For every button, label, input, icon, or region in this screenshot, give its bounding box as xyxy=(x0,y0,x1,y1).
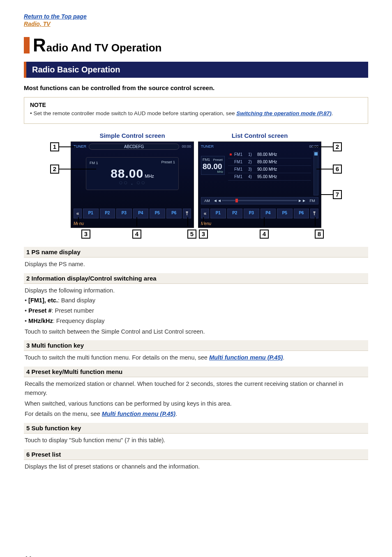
preset-key[interactable]: P2 xyxy=(100,209,115,218)
fm-button[interactable]: FM xyxy=(307,199,318,203)
breadcrumb[interactable]: Radio, TV xyxy=(24,21,368,27)
preset-key[interactable]: P5 xyxy=(277,209,293,218)
frequency-value: 88.00 xyxy=(111,167,143,181)
preset-key[interactable]: P2 xyxy=(227,209,243,218)
item-head-2: 2 Information display/Control switching … xyxy=(24,273,368,284)
item-head-1: 1 PS name display xyxy=(24,247,368,258)
list-item[interactable]: FM13)90.00 MHz xyxy=(228,166,311,173)
seek-next-icon[interactable]: ►► xyxy=(297,198,307,203)
info-small-panel[interactable]: FM1 Preset 80.00 MHz xyxy=(201,156,225,175)
i4-link[interactable]: Multi function menu (P.45) xyxy=(102,411,175,417)
multi-function-key-left[interactable]: « xyxy=(74,209,82,218)
preset-key[interactable]: P1 xyxy=(210,209,226,218)
note-suffix: . xyxy=(332,110,333,116)
item-head-6: 6 Preset list xyxy=(24,449,368,460)
callout-line xyxy=(187,217,188,226)
active-dot-icon xyxy=(230,153,232,155)
callout-line xyxy=(264,217,265,226)
simple-screen: TUNER ABCDEFG 00:00 FM 1 Preset 1 88.00 … xyxy=(71,142,194,228)
callout-line xyxy=(59,169,96,169)
scrollbar-thumb[interactable] xyxy=(314,152,318,155)
page-title: R adio And TV Operation xyxy=(24,36,368,54)
item-body-4: Recalls the memorized station or channel… xyxy=(24,377,368,420)
freq-small: 80.00 xyxy=(203,162,223,170)
preset-label: Preset 1 xyxy=(161,160,175,164)
i2-line1: Displays the following information. xyxy=(25,286,367,295)
i2-line2: Touch to switch between the Simple Contr… xyxy=(25,327,367,337)
callout-line xyxy=(312,146,333,147)
i4-line2: When switched, various functions can be … xyxy=(25,399,367,408)
callout-6: 6 xyxy=(333,165,342,174)
i3-link[interactable]: Multi function menu (P.45) xyxy=(209,354,283,361)
preset-key[interactable]: P6 xyxy=(294,209,309,218)
list-item[interactable]: FM11)88.00 MHz xyxy=(228,151,311,158)
list-screen: TUNER ABCDEFG 00:00 FM1 Preset 80.00 MHz… xyxy=(198,142,321,228)
callout-5: 5 xyxy=(187,230,196,239)
return-link[interactable]: Return to the Top page xyxy=(24,13,368,20)
section-header: Radio Basic Operation xyxy=(24,62,368,78)
frequency-ghost: ○○ . ○○ xyxy=(90,179,175,186)
info-panel[interactable]: FM 1 Preset 1 88.00 MHz ○○ . ○○ xyxy=(86,157,179,190)
i2-bullet-1: • [FM1], etc.: Band display xyxy=(25,296,367,305)
title-accent-bar xyxy=(24,37,30,53)
callout-line xyxy=(203,217,204,226)
intro-line: Most functions can be controlled from th… xyxy=(24,84,368,91)
i2-bullet-3: • MHz/kHz: Frequency display xyxy=(25,317,367,326)
note-box: NOTE • Set the remote controller mode sw… xyxy=(24,97,368,124)
preset-key[interactable]: P5 xyxy=(150,209,165,218)
clock: 00:00 xyxy=(182,144,191,149)
menu-button[interactable]: Menu xyxy=(201,221,211,226)
title-dropcap: R xyxy=(33,36,46,54)
list-screen-wrap: 2 6 7 TUNER ABCDEFG 00:00 FM1 Preset 80.… xyxy=(198,142,321,228)
list-screen-col: List Control screen 2 6 7 TUNER ABCDEFG … xyxy=(198,132,321,228)
preset-key-row: « P1 P2 P3 P4 P5 P6 ⤒ xyxy=(201,209,318,218)
frequency-unit: MHz xyxy=(145,174,154,179)
callout-line xyxy=(321,194,333,195)
list-item[interactable]: FM12)89.00 MHz xyxy=(228,158,311,166)
callout-8: 8 xyxy=(315,230,324,239)
note-link[interactable]: Switching the operation mode (P.87) xyxy=(236,110,332,116)
ps-name-display: ABCDEFG xyxy=(89,144,179,150)
multi-function-key-left[interactable]: « xyxy=(201,209,209,218)
band-small: FM1 Preset xyxy=(203,158,223,162)
simple-topbar: TUNER ABCDEFG 00:00 xyxy=(71,142,194,151)
am-button[interactable]: AM xyxy=(201,199,213,203)
tuner-label: TUNER xyxy=(201,144,214,149)
callout-1: 1 xyxy=(50,142,59,151)
note-body: • Set the remote controller mode switch … xyxy=(30,110,362,118)
preset-list: FM11)88.00 MHz FM12)89.00 MHz FM13)90.00… xyxy=(228,151,311,181)
preset-key[interactable]: P3 xyxy=(244,209,259,218)
page-number: 44 xyxy=(24,555,368,557)
list-item[interactable]: FM14)95.00 MHz xyxy=(228,173,311,181)
slider-knob[interactable] xyxy=(235,199,238,202)
simple-screen-col: Simple Control screen 1 2 TUNER ABCDEFG … xyxy=(71,132,194,228)
simple-screen-label: Simple Control screen xyxy=(99,132,165,139)
list-topbar: TUNER ABCDEFG 00:00 xyxy=(198,142,321,151)
tune-slider[interactable] xyxy=(222,200,297,201)
callout-4b: 4 xyxy=(260,230,269,239)
preset-key[interactable]: P4 xyxy=(261,209,276,218)
item-head-4: 4 Preset key/Multi function menu xyxy=(24,367,368,377)
screens-row: Simple Control screen 1 2 TUNER ABCDEFG … xyxy=(24,132,368,228)
preset-key[interactable]: P4 xyxy=(133,209,149,218)
sub-function-key[interactable]: ⤒ xyxy=(183,209,191,218)
i4-line3: For details on the menu, see Multi funct… xyxy=(25,410,367,419)
note-text: • Set the remote controller mode switch … xyxy=(30,110,236,116)
sub-function-key[interactable]: ⤒ xyxy=(310,209,318,218)
simple-screen-wrap: 1 2 TUNER ABCDEFG 00:00 FM 1 Preset 1 88… xyxy=(71,142,194,228)
title-rest: adio And TV Operation xyxy=(46,42,162,54)
preset-key[interactable]: P1 xyxy=(83,209,99,218)
callout-2a: 2 xyxy=(50,165,59,174)
item-body-5: Touch to display "Sub function menu" (7 … xyxy=(24,434,368,447)
callout-3a: 3 xyxy=(81,230,90,239)
preset-key[interactable]: P6 xyxy=(166,209,182,218)
i3-text: Touch to switch the multi function menu.… xyxy=(25,354,209,361)
seek-prev-icon[interactable]: ◄◄ xyxy=(213,198,222,203)
scrollbar[interactable] xyxy=(314,151,318,195)
seek-bar: AM ◄◄ ►► FM xyxy=(201,197,318,204)
preset-key[interactable]: P3 xyxy=(116,209,132,218)
item-body-3: Touch to switch the multi function menu.… xyxy=(24,351,368,364)
callout-line xyxy=(316,169,333,169)
freq-unit-small: MHz xyxy=(203,170,223,173)
item-body-6: Displays the list of preset stations or … xyxy=(24,460,368,473)
